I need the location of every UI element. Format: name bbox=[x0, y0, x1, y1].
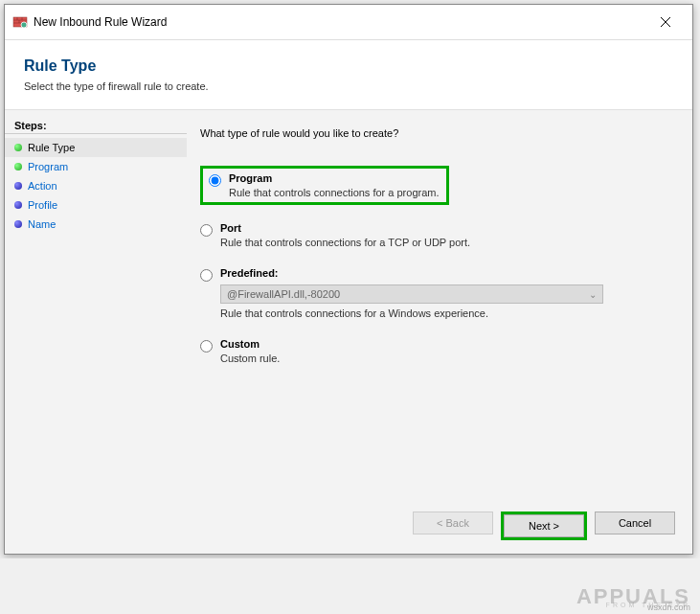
sidebar-item-label[interactable]: Program bbox=[28, 161, 68, 172]
sidebar-item-label[interactable]: Action bbox=[28, 180, 57, 192]
wizard-footer: < Back Next > Cancel bbox=[5, 498, 692, 554]
step-bullet-icon bbox=[14, 144, 22, 151]
option-custom-label: Custom bbox=[220, 338, 679, 350]
option-port[interactable]: Port Rule that controls connections for … bbox=[200, 220, 679, 250]
option-predefined-desc: Rule that controls connections for a Win… bbox=[220, 307, 679, 319]
chevron-down-icon: ⌄ bbox=[589, 289, 597, 300]
svg-point-6 bbox=[21, 22, 27, 28]
sidebar-item-profile[interactable]: Profile bbox=[5, 195, 187, 215]
sidebar-item-program[interactable]: Program bbox=[5, 157, 187, 176]
option-predefined-label: Predefined: bbox=[220, 267, 679, 279]
close-icon bbox=[661, 17, 670, 27]
option-program[interactable]: Program Rule that controls connections f… bbox=[200, 166, 449, 205]
firewall-icon bbox=[12, 14, 28, 30]
step-bullet-icon bbox=[14, 163, 22, 171]
step-bullet-icon bbox=[14, 201, 22, 209]
sidebar-item-action[interactable]: Action bbox=[5, 176, 187, 195]
close-button[interactable] bbox=[646, 11, 685, 34]
sidebar-item-label: Rule Type bbox=[28, 142, 75, 153]
radio-predefined[interactable] bbox=[200, 269, 213, 282]
radio-custom[interactable] bbox=[200, 340, 213, 352]
steps-sidebar: Steps: Rule Type Program Action Profile … bbox=[5, 110, 187, 498]
option-program-desc: Rule that controls connections for a pro… bbox=[229, 187, 440, 198]
radio-port[interactable] bbox=[200, 224, 213, 237]
wizard-header: Rule Type Select the type of firewall ru… bbox=[5, 40, 692, 109]
next-button[interactable]: Next > bbox=[504, 514, 584, 537]
option-port-label: Port bbox=[220, 222, 679, 234]
step-bullet-icon bbox=[14, 220, 22, 228]
cancel-button[interactable]: Cancel bbox=[595, 512, 675, 534]
window-title: New Inbound Rule Wizard bbox=[34, 15, 646, 29]
predefined-dropdown[interactable]: @FirewallAPI.dll,-80200 ⌄ bbox=[220, 284, 603, 304]
option-custom-desc: Custom rule. bbox=[220, 352, 679, 364]
content-prompt: What type of rule would you like to crea… bbox=[200, 127, 679, 139]
back-button: < Back bbox=[413, 512, 493, 534]
steps-heading: Steps: bbox=[5, 116, 187, 134]
radio-program[interactable] bbox=[209, 174, 221, 187]
sidebar-item-label[interactable]: Name bbox=[28, 218, 56, 230]
wizard-content: What type of rule would you like to crea… bbox=[187, 110, 692, 498]
next-button-highlight: Next > bbox=[501, 512, 587, 540]
sidebar-item-label[interactable]: Profile bbox=[28, 199, 57, 211]
sidebar-item-name[interactable]: Name bbox=[5, 215, 187, 234]
titlebar: New Inbound Rule Wizard bbox=[5, 5, 692, 40]
wizard-body: Steps: Rule Type Program Action Profile … bbox=[5, 109, 692, 498]
page-subtitle: Select the type of firewall rule to crea… bbox=[24, 80, 677, 92]
option-predefined[interactable]: Predefined: @FirewallAPI.dll,-80200 ⌄ Ru… bbox=[200, 265, 679, 321]
step-bullet-icon bbox=[14, 182, 22, 190]
option-program-label: Program bbox=[229, 172, 440, 184]
sidebar-item-rule-type[interactable]: Rule Type bbox=[5, 138, 187, 157]
option-custom[interactable]: Custom Custom rule. bbox=[200, 336, 679, 366]
predefined-dropdown-value: @FirewallAPI.dll,-80200 bbox=[227, 288, 340, 300]
page-title: Rule Type bbox=[24, 57, 677, 75]
wizard-window: New Inbound Rule Wizard Rule Type Select… bbox=[4, 4, 693, 555]
option-port-desc: Rule that controls connections for a TCP… bbox=[220, 237, 679, 248]
